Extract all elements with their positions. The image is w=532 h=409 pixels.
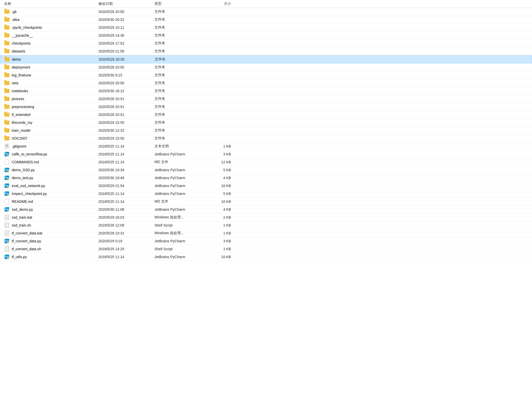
table-row[interactable]: nets2020/5/29 20:50文件夹 [0,79,532,87]
file-type: JetBrains PyCharm [154,207,211,212]
table-row[interactable]: __pycache__2020/5/29 14:36文件夹 [0,32,532,39]
file-size: 1 KB [211,223,241,227]
table-row[interactable]: deployment2020/5/28 20:50文件夹 [0,63,532,71]
file-date: 2020/5/30 19:49 [98,176,154,180]
table-row[interactable]: .ipynb_checkpoints2020/5/29 10:11文件夹 [0,24,532,32]
file-type: 文件夹 [154,136,211,141]
folder-icon [4,41,9,45]
file-date: 2020/5/28 20:51 [98,113,154,117]
table-row[interactable]: .idea2020/5/30 20:32文件夹 [0,16,532,24]
file-date: 2020/5/30 12:32 [98,128,154,133]
pycharm-icon: PC [5,191,9,196]
file-date: 2020/5/29 0:19 [98,239,154,243]
table-row[interactable]: ⚙tf_convert_data.bat2020/5/28 23:31Windo… [0,229,532,237]
file-type: Shell Script [154,247,211,251]
table-row[interactable]: notebooks2020/5/30 18:12文件夹 [0,87,532,95]
file-name: log_finetune [12,73,98,77]
folder-icon [4,25,9,30]
file-name: COMMANDS.md [12,160,98,164]
col-name-header[interactable]: 名称 [4,2,98,6]
file-list[interactable]: .git2020/5/28 20:50文件夹.idea2020/5/30 20:… [0,8,532,261]
col-size-header[interactable]: 大小 [211,2,241,6]
table-row[interactable]: PCdemo_SSD.py2020/5/30 10:34JetBrains Py… [0,166,532,174]
table-row[interactable]: .git2020/5/28 20:50文件夹 [0,8,532,16]
table-row[interactable]: PCinspect_checkpoint.py2018/5/25 11:14Je… [0,190,532,198]
file-type: 文件夹 [154,41,211,46]
file-name: inspect_checkpoint.py [12,192,98,196]
file-type: JetBrains PyCharm [154,184,211,188]
table-row[interactable]: preprocessing2020/5/28 20:51文件夹 [0,103,532,111]
col-date-header[interactable]: 修改日期 [98,2,154,6]
table-row[interactable]: PCcaffe_to_tensorflow.py2018/5/25 11:14J… [0,150,532,158]
file-date: 2020/5/29 21:58 [98,49,154,53]
table-row[interactable]: tf_convert_data.sh2018/5/25 14:25Shell S… [0,245,532,253]
folder-icon [5,57,10,61]
table-row[interactable]: ⚙ssd_train.bat2020/5/29 16:03Windows 批处理… [0,214,532,221]
table-row[interactable]: COMMANDS.md2018/5/25 11:14MD 文件12 KB [0,158,532,166]
table-row[interactable]: demo2020/5/28 20:50文件夹 [0,55,532,63]
folder-icon [4,97,9,101]
file-name: ssd_train.bat [12,215,98,219]
file-type: JetBrains PyCharm [154,192,211,196]
folder-icon [4,81,9,85]
table-row[interactable]: PCtf_convert_data.py2020/5/29 0:19JetBra… [0,237,532,245]
file-type: JetBrains PyCharm [154,255,211,259]
file-type: 文件夹 [154,89,211,93]
file-size: 4 KB [211,207,241,212]
table-row[interactable]: PCeval_ssd_network.py2020/5/29 21:54JetB… [0,182,532,190]
file-name: __pycache__ [12,33,98,37]
col-type-header[interactable]: 类型 [154,2,211,6]
file-type: Windows 批处理... [154,231,211,235]
file-size: 12 KB [211,160,241,164]
file-name: preprocessing [12,105,98,109]
file-date: 2020/5/29 15:55 [98,136,154,140]
table-row[interactable]: PCssd_demo.py2020/5/30 11:08JetBrains Py… [0,206,532,214]
file-date: 2020/5/28 20:51 [98,105,154,109]
file-type: MD 文件 [154,199,211,204]
table-row[interactable]: .gitignore2018/5/25 11:14文本文档1 KB [0,142,532,150]
file-name: ssd_train.sh [12,223,98,227]
folder-icon [4,65,9,69]
file-name: .gitignore [12,144,98,148]
table-row[interactable]: README.md2018/5/25 11:14MD 文件10 KB [0,198,532,206]
table-row[interactable]: log_finetune2020/5/30 9:15文件夹 [0,71,532,79]
table-row[interactable]: datasets2020/5/29 21:58文件夹 [0,47,532,55]
file-date: 2020/5/29 21:54 [98,184,154,188]
table-row[interactable]: VOC20072020/5/29 15:55文件夹 [0,135,532,142]
file-date: 2020/5/30 11:08 [98,207,154,212]
folder-icon [4,73,9,77]
table-row[interactable]: pictures2020/5/28 20:51文件夹 [0,95,532,103]
pycharm-icon: PC [5,239,9,243]
table-row[interactable]: PCdemo_test.py2020/5/30 19:49JetBrains P… [0,174,532,182]
table-row[interactable]: ssd_train.sh2018/5/26 12:09Shell Script1… [0,221,532,229]
file-type: Windows 批处理... [154,215,211,220]
file-name: eval_ssd_network.py [12,184,98,188]
file-type: 文件夹 [154,9,211,14]
file-name: tf_convert_data.sh [12,247,98,251]
table-row[interactable]: tf_extended2020/5/28 20:51文件夹 [0,111,532,119]
pycharm-icon: PC [5,168,9,172]
pycharm-icon: PC [5,152,9,156]
table-row[interactable]: tfrecords_my2020/5/29 15:55文件夹 [0,119,532,127]
file-name: .ipynb_checkpoints [12,25,98,30]
file-type: 文件夹 [154,17,211,22]
file-name: .git [12,10,98,14]
file-size: 1 KB [211,247,241,251]
file-date: 2018/5/25 11:14 [98,255,154,259]
file-name: caffe_to_tensorflow.py [12,152,98,156]
file-size: 10 KB [211,255,241,259]
file-type: MD 文件 [154,160,211,164]
md-file-icon [5,199,9,204]
file-type: 文件夹 [154,73,211,77]
file-size: 5 KB [211,168,241,172]
file-date: 2020/5/30 20:32 [98,18,154,22]
table-row[interactable]: PCtf_utils.py2018/5/25 11:14JetBrains Py… [0,253,532,261]
file-name: checkpoints [12,41,98,45]
file-date: 2020/5/29 16:03 [98,215,154,219]
file-name: tf_convert_data.bat [12,231,98,235]
folder-icon [4,49,9,53]
file-name: tf_extended [12,113,98,117]
table-row[interactable]: checkpoints2020/5/29 17:53文件夹 [0,39,532,47]
table-row[interactable]: train_model2020/5/30 12:32文件夹 [0,127,532,135]
file-size: 3 KB [211,152,241,156]
